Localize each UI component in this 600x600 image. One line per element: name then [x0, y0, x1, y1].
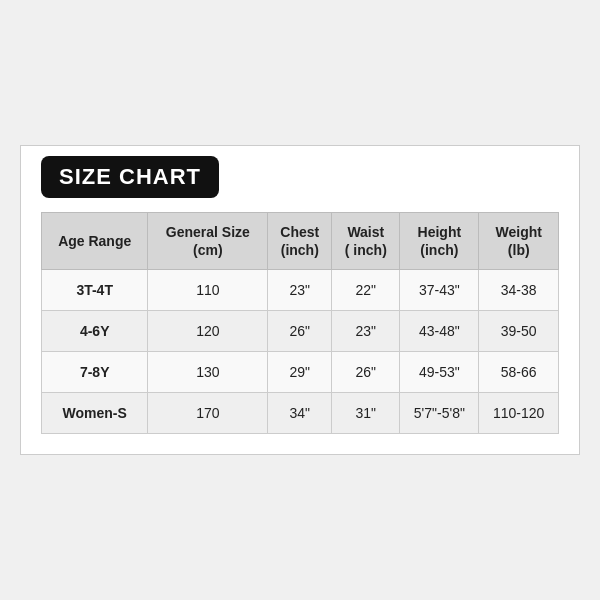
cell-3-2: 34" — [268, 393, 332, 434]
cell-0-3: 22" — [332, 270, 400, 311]
table-row: Women-S17034"31"5'7"-5'8"110-120 — [42, 393, 559, 434]
col-header-size: General Size(cm) — [148, 212, 268, 269]
cell-2-1: 130 — [148, 352, 268, 393]
col-header-age: Age Range — [42, 212, 148, 269]
cell-3-0: Women-S — [42, 393, 148, 434]
cell-1-1: 120 — [148, 311, 268, 352]
cell-2-5: 58-66 — [479, 352, 559, 393]
cell-0-5: 34-38 — [479, 270, 559, 311]
col-header-height: Height(inch) — [400, 212, 479, 269]
cell-1-5: 39-50 — [479, 311, 559, 352]
cell-0-1: 110 — [148, 270, 268, 311]
cell-2-3: 26" — [332, 352, 400, 393]
cell-1-4: 43-48" — [400, 311, 479, 352]
col-header-chest: Chest(inch) — [268, 212, 332, 269]
table-row: 4-6Y12026"23"43-48"39-50 — [42, 311, 559, 352]
col-header-waist: Waist( inch) — [332, 212, 400, 269]
size-chart-title: SIZE CHART — [41, 156, 219, 198]
cell-2-0: 7-8Y — [42, 352, 148, 393]
cell-3-4: 5'7"-5'8" — [400, 393, 479, 434]
col-header-weight: Weight(lb) — [479, 212, 559, 269]
cell-1-2: 26" — [268, 311, 332, 352]
cell-0-0: 3T-4T — [42, 270, 148, 311]
table-row: 7-8Y13029"26"49-53"58-66 — [42, 352, 559, 393]
cell-3-1: 170 — [148, 393, 268, 434]
cell-1-0: 4-6Y — [42, 311, 148, 352]
size-chart-container: SIZE CHART Age Range General Size(cm) Ch… — [20, 145, 580, 455]
cell-1-3: 23" — [332, 311, 400, 352]
table-header-row: Age Range General Size(cm) Chest(inch) W… — [42, 212, 559, 269]
cell-2-2: 29" — [268, 352, 332, 393]
table-body: 3T-4T11023"22"37-43"34-384-6Y12026"23"43… — [42, 270, 559, 434]
cell-0-2: 23" — [268, 270, 332, 311]
cell-2-4: 49-53" — [400, 352, 479, 393]
size-chart-table: Age Range General Size(cm) Chest(inch) W… — [41, 212, 559, 434]
cell-3-5: 110-120 — [479, 393, 559, 434]
table-row: 3T-4T11023"22"37-43"34-38 — [42, 270, 559, 311]
cell-3-3: 31" — [332, 393, 400, 434]
cell-0-4: 37-43" — [400, 270, 479, 311]
